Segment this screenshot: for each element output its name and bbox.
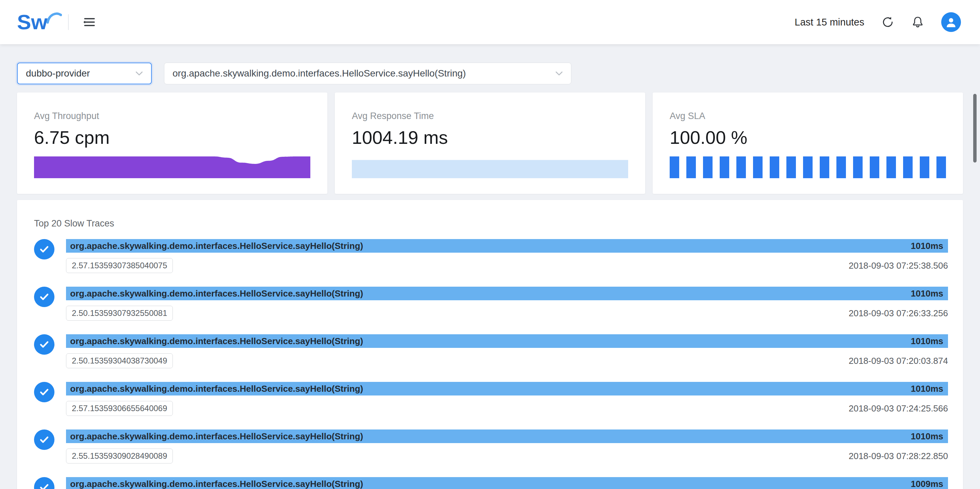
metric-cards-row: Avg Throughput 6.75 cpm Avg Response Tim… — [17, 92, 963, 194]
trace-duration-label: 1009ms — [911, 479, 943, 489]
trace-duration-bar[interactable]: org.apache.skywalking.demo.interfaces.He… — [66, 382, 948, 395]
trace-list: org.apache.skywalking.demo.interfaces.He… — [34, 239, 948, 489]
notifications-bell-icon[interactable] — [911, 16, 924, 29]
trace-timestamp: 2018-09-03 07:26:33.256 — [849, 308, 948, 319]
trace-id-tag: 2.57.15359306655640069 — [66, 401, 173, 416]
trace-row-main: org.apache.skywalking.demo.interfaces.He… — [66, 382, 948, 416]
top-bar-left: Sw — [17, 11, 97, 33]
trace-id-tag: 2.57.15359307385040075 — [66, 258, 173, 273]
trace-row: org.apache.skywalking.demo.interfaces.He… — [34, 334, 948, 368]
trace-endpoint-label: org.apache.skywalking.demo.interfaces.He… — [70, 241, 363, 251]
card-value: 1004.19 ms — [352, 127, 628, 148]
trace-endpoint-label: org.apache.skywalking.demo.interfaces.He… — [70, 384, 363, 394]
trace-id-tag: 2.55.15359309028490089 — [66, 449, 173, 464]
logo-text: Sw — [17, 11, 48, 33]
chevron-down-icon — [135, 69, 143, 78]
time-range-label[interactable]: Last 15 minutes — [795, 17, 864, 28]
trace-duration-label: 1010ms — [911, 384, 943, 394]
skywalking-dashboard: Sw Last 15 minutes — [0, 0, 980, 489]
card-value: 6.75 cpm — [34, 127, 310, 148]
avg-throughput-card: Avg Throughput 6.75 cpm — [17, 92, 327, 194]
trace-selected-check-icon[interactable] — [34, 477, 54, 489]
scrollbar[interactable] — [973, 94, 977, 162]
trace-duration-bar[interactable]: org.apache.skywalking.demo.interfaces.He… — [66, 287, 948, 300]
trace-id-tag: 2.50.15359304038730049 — [66, 353, 173, 368]
top-bar: Sw Last 15 minutes — [0, 0, 980, 44]
trace-timestamp: 2018-09-03 07:28:22.850 — [849, 451, 948, 462]
avg-sla-card: Avg SLA 100.00 % — [653, 92, 963, 194]
sla-bar-chart — [670, 156, 946, 178]
trace-row-main: org.apache.skywalking.demo.interfaces.He… — [66, 239, 948, 273]
skywalking-logo[interactable]: Sw — [17, 11, 62, 33]
trace-timestamp: 2018-09-03 07:24:25.566 — [849, 403, 948, 414]
service-select-value: dubbo-provider — [26, 68, 90, 79]
trace-row: org.apache.skywalking.demo.interfaces.He… — [34, 477, 948, 489]
top-bar-right: Last 15 minutes — [795, 12, 961, 32]
throughput-area-chart — [34, 156, 310, 178]
trace-duration-bar[interactable]: org.apache.skywalking.demo.interfaces.He… — [66, 239, 948, 252]
person-icon — [945, 16, 957, 28]
logo-divider — [68, 14, 69, 30]
trace-selected-check-icon[interactable] — [34, 239, 54, 259]
trace-duration-label: 1010ms — [911, 241, 943, 251]
slow-traces-title: Top 20 Slow Traces — [34, 218, 948, 229]
trace-selected-check-icon[interactable] — [34, 429, 54, 450]
trace-duration-label: 1010ms — [911, 336, 943, 346]
menu-toggle-icon[interactable] — [82, 15, 97, 29]
trace-selected-check-icon[interactable] — [34, 382, 54, 402]
trace-row-main: org.apache.skywalking.demo.interfaces.He… — [66, 477, 948, 489]
trace-meta-row: 2.50.15359304038730049 2018-09-03 07:20:… — [66, 353, 948, 368]
trace-duration-label: 1010ms — [911, 288, 943, 299]
trace-row-main: org.apache.skywalking.demo.interfaces.He… — [66, 334, 948, 368]
card-value: 100.00 % — [670, 127, 946, 148]
endpoint-select-value: org.apache.skywalking.demo.interfaces.He… — [172, 68, 466, 79]
trace-meta-row: 2.55.15359309028490089 2018-09-03 07:28:… — [66, 449, 948, 464]
trace-row: org.apache.skywalking.demo.interfaces.He… — [34, 429, 948, 464]
trace-endpoint-label: org.apache.skywalking.demo.interfaces.He… — [70, 288, 363, 299]
trace-endpoint-label: org.apache.skywalking.demo.interfaces.He… — [70, 479, 363, 489]
service-select[interactable]: dubbo-provider — [17, 63, 152, 84]
trace-selected-check-icon[interactable] — [34, 334, 54, 355]
endpoint-select[interactable]: org.apache.skywalking.demo.interfaces.He… — [164, 63, 571, 84]
trace-meta-row: 2.57.15359306655640069 2018-09-03 07:24:… — [66, 401, 948, 416]
card-title: Avg Response Time — [352, 111, 628, 121]
trace-id-tag: 2.50.15359307932550081 — [66, 306, 173, 321]
trace-endpoint-label: org.apache.skywalking.demo.interfaces.He… — [70, 336, 363, 346]
trace-row: org.apache.skywalking.demo.interfaces.He… — [34, 239, 948, 273]
slow-traces-panel: Top 20 Slow Traces org.apache.skywalking… — [17, 200, 963, 489]
trace-selected-check-icon[interactable] — [34, 287, 54, 307]
trace-duration-bar[interactable]: org.apache.skywalking.demo.interfaces.He… — [66, 477, 948, 489]
trace-endpoint-label: org.apache.skywalking.demo.interfaces.He… — [70, 431, 363, 442]
trace-duration-label: 1010ms — [911, 431, 943, 442]
trace-duration-bar[interactable]: org.apache.skywalking.demo.interfaces.He… — [66, 334, 948, 348]
avg-response-time-card: Avg Response Time 1004.19 ms — [335, 92, 645, 194]
trace-meta-row: 2.57.15359307385040075 2018-09-03 07:25:… — [66, 258, 948, 273]
filter-row: dubbo-provider org.apache.skywalking.dem… — [17, 63, 963, 84]
trace-timestamp: 2018-09-03 07:25:38.506 — [849, 260, 948, 271]
trace-duration-bar[interactable]: org.apache.skywalking.demo.interfaces.He… — [66, 429, 948, 443]
user-avatar[interactable] — [941, 12, 961, 32]
card-title: Avg SLA — [670, 111, 946, 121]
response-time-area-chart — [352, 156, 628, 178]
trace-row-main: org.apache.skywalking.demo.interfaces.He… — [66, 287, 948, 321]
logo-swoosh-icon — [46, 11, 62, 24]
trace-row: org.apache.skywalking.demo.interfaces.He… — [34, 382, 948, 416]
trace-row-main: org.apache.skywalking.demo.interfaces.He… — [66, 429, 948, 464]
chevron-down-icon — [555, 69, 563, 78]
trace-row: org.apache.skywalking.demo.interfaces.He… — [34, 287, 948, 321]
refresh-button[interactable] — [881, 16, 894, 29]
trace-meta-row: 2.50.15359307932550081 2018-09-03 07:26:… — [66, 306, 948, 321]
trace-timestamp: 2018-09-03 07:20:03.874 — [849, 356, 948, 366]
card-title: Avg Throughput — [34, 111, 310, 121]
